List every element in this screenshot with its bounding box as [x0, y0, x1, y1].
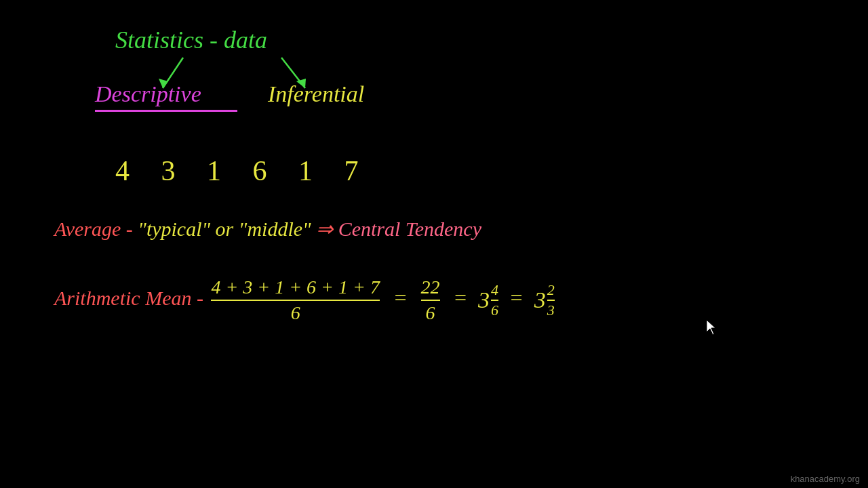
arith-mean-label: Arithmetic Mean - — [54, 287, 208, 309]
typical-text: "typical" or "middle" — [138, 218, 311, 240]
mixed2-whole: 3 — [534, 287, 546, 313]
frac2-denominator: 6 — [426, 301, 435, 324]
descriptive-underline — [95, 110, 237, 112]
mixed2-num: 2 — [547, 281, 555, 301]
mixed-number-3-2over3: 3 2 3 — [534, 281, 555, 320]
dataset: 4 3 1 6 1 7 — [115, 155, 371, 187]
mouse-cursor — [707, 320, 720, 336]
frac2-numerator: 22 — [421, 277, 440, 301]
inferential-label: Inferential — [268, 81, 364, 107]
mixed1-fraction: 4 6 — [491, 281, 498, 320]
mixed-number-3-4over6: 3 4 6 — [478, 281, 498, 320]
average-text: Average - — [54, 218, 138, 240]
fraction-denominator: 6 — [291, 301, 300, 324]
mixed1-whole: 3 — [478, 287, 490, 313]
fraction-numerator: 4 + 3 + 1 + 6 + 1 + 7 — [211, 277, 379, 301]
equals2: = — [453, 285, 468, 310]
stats-title: Statistics - data — [115, 26, 267, 54]
stats-text: Statistics - data — [115, 26, 267, 54]
fraction-sum-over-6: 4 + 3 + 1 + 6 + 1 + 7 6 — [211, 277, 379, 324]
arithmetic-mean-line: Arithmetic Mean - 4 + 3 + 1 + 6 + 1 + 7 … — [54, 277, 555, 324]
central-tendency-text: Central Tendency — [338, 218, 481, 240]
mixed2-fraction: 2 3 — [547, 281, 555, 320]
equals3: = — [509, 285, 524, 310]
fraction-22-over-6: 22 6 — [421, 277, 440, 324]
average-line: Average - "typical" or "middle" ⇒ Centra… — [54, 217, 481, 241]
equals1: = — [393, 285, 408, 310]
watermark: khanacademy.org — [791, 474, 860, 484]
mixed1-den: 6 — [491, 301, 498, 319]
mixed2-den: 3 — [547, 301, 555, 319]
descriptive-label: Descriptive — [95, 81, 201, 107]
arrow-symbol: ⇒ — [316, 218, 338, 240]
canvas: Statistics - data Descriptive Inferentia… — [0, 0, 868, 488]
mixed1-num: 4 — [491, 281, 498, 301]
